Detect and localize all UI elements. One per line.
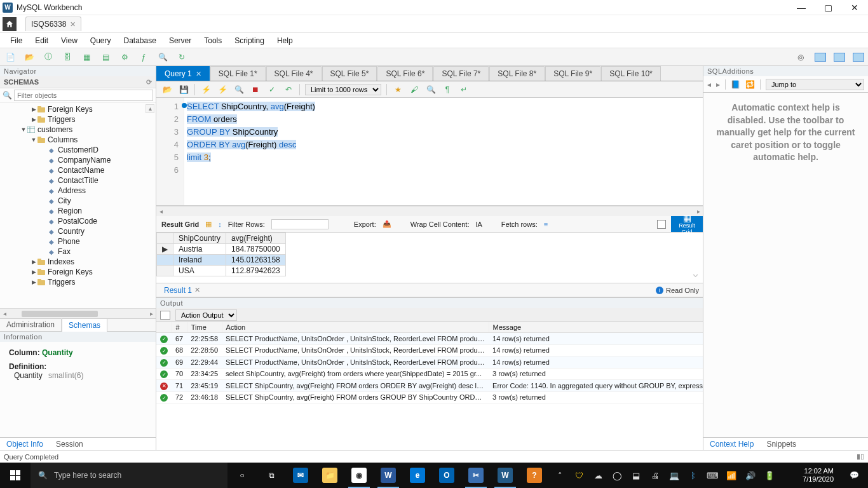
- grid-icon[interactable]: ▦: [205, 220, 212, 228]
- gear-icon[interactable]: ◎: [794, 51, 807, 64]
- save-file-icon[interactable]: 💾: [178, 84, 189, 95]
- tray-chevron-icon[interactable]: ˄: [554, 471, 566, 480]
- close-icon[interactable]: ✕: [194, 286, 200, 294]
- scroll-left-button[interactable]: ◂: [0, 310, 9, 317]
- result-grid[interactable]: ShipCountryavg(Freight)▶Austria184.78750…: [156, 233, 703, 283]
- tray-wifi-icon[interactable]: 📶: [726, 471, 737, 480]
- tray-printer-icon[interactable]: 🖨: [649, 471, 661, 480]
- result-tab[interactable]: Result 1 ✕: [160, 285, 204, 296]
- scroll-right-button[interactable]: ▸: [694, 208, 703, 215]
- query-tab[interactable]: SQL File 10*: [601, 66, 661, 81]
- inspect-icon[interactable]: ⓘ: [42, 51, 55, 64]
- tree-item[interactable]: ▼Columns: [0, 135, 156, 145]
- chrome-app[interactable]: ◉: [344, 463, 374, 488]
- toggle-left-panel[interactable]: [815, 53, 826, 62]
- new-proc-icon[interactable]: ⚙: [118, 51, 131, 64]
- snip-app[interactable]: ✂: [461, 463, 491, 488]
- new-func-icon[interactable]: ƒ: [137, 51, 150, 64]
- tree-item[interactable]: ▶Foreign Keys: [0, 104, 156, 114]
- new-sql-tab-icon[interactable]: 📄: [4, 51, 17, 64]
- pin-toggle[interactable]: [657, 220, 666, 229]
- tree-item[interactable]: ◆ContactName: [0, 165, 156, 175]
- close-icon[interactable]: ✕: [70, 20, 76, 29]
- taskbar-search[interactable]: 🔍 Type here to search: [31, 463, 227, 488]
- close-button[interactable]: ✕: [849, 3, 860, 13]
- open-sql-icon[interactable]: 📂: [23, 51, 36, 64]
- tree-item[interactable]: ▶Triggers: [0, 277, 156, 287]
- wrap-icon[interactable]: ↵: [458, 84, 470, 95]
- help-app[interactable]: ?: [520, 463, 549, 488]
- tray-norton-icon[interactable]: 🛡: [573, 471, 585, 480]
- outlook-app[interactable]: O: [432, 463, 461, 488]
- output-row[interactable]: ✓6922:29:44SELECT ProductName, UnitsOnOr…: [156, 356, 703, 369]
- cortana-app[interactable]: ○: [227, 463, 257, 488]
- output-row[interactable]: ✓6822:28:50SELECT ProductName, UnitsOnOr…: [156, 344, 703, 356]
- menu-server[interactable]: Server: [163, 34, 198, 47]
- tree-item[interactable]: ▶Foreign Keys: [0, 267, 156, 277]
- explorer-app[interactable]: 📁: [315, 463, 344, 488]
- tree-item[interactable]: ▶Indexes: [0, 257, 156, 267]
- schema-tree[interactable]: ▴ ▶Foreign Keys▶Triggers▼customers▼Colum…: [0, 103, 156, 308]
- query-tab[interactable]: SQL File 9*: [545, 66, 600, 81]
- clear-output-icon[interactable]: [160, 311, 170, 320]
- menu-edit[interactable]: Edit: [29, 34, 55, 47]
- tray-onedrive-icon[interactable]: ☁: [592, 471, 604, 480]
- tray-pc-icon[interactable]: 💻: [668, 471, 680, 480]
- tree-item[interactable]: ▼customers: [0, 125, 156, 135]
- export-icon[interactable]: 📤: [383, 220, 391, 228]
- query-tab[interactable]: SQL File 1*: [210, 66, 266, 81]
- task-view-app[interactable]: ⧉: [257, 463, 286, 488]
- fetch-icon[interactable]: ≡: [544, 220, 548, 228]
- output-type-select[interactable]: Action Output: [175, 309, 237, 321]
- form-icon[interactable]: ↕: [218, 220, 222, 228]
- menu-help[interactable]: Help: [271, 34, 299, 47]
- connection-tab[interactable]: ISQS6338 ✕: [25, 17, 81, 31]
- scroll-up-button[interactable]: ▴: [146, 104, 154, 113]
- schemas-tab[interactable]: Schemas: [62, 318, 107, 332]
- query-tab[interactable]: SQL File 6*: [377, 66, 433, 81]
- scroll-right-button[interactable]: ▸: [147, 310, 156, 317]
- sql-editor[interactable]: 123456 SELECT ShipCountry, avg(Freight)F…: [156, 98, 703, 206]
- tree-item[interactable]: ◆Region: [0, 206, 156, 216]
- mail-app[interactable]: ✉: [286, 463, 315, 488]
- menu-database[interactable]: Database: [118, 34, 163, 47]
- tree-item[interactable]: ◆CustomerID: [0, 145, 156, 155]
- result-grid-badge[interactable]: ▦ Result Grid: [671, 216, 703, 232]
- tray-battery-icon[interactable]: 🔋: [764, 471, 775, 480]
- tray-bluetooth-icon[interactable]: ᛒ: [688, 471, 699, 480]
- session-tab[interactable]: Session: [50, 438, 90, 450]
- commit-icon[interactable]: ✓: [266, 84, 278, 95]
- menu-scripting[interactable]: Scripting: [228, 34, 271, 47]
- tree-item[interactable]: ▶Triggers: [0, 114, 156, 125]
- back-icon[interactable]: ◂: [707, 80, 711, 89]
- toggle-right-panel[interactable]: [853, 53, 864, 62]
- open-file-icon[interactable]: 📂: [161, 84, 173, 95]
- home-icon[interactable]: [3, 17, 17, 31]
- new-schema-icon[interactable]: 🗄: [61, 51, 74, 64]
- favorite-icon[interactable]: ★: [392, 84, 403, 95]
- result-nav-down-icon[interactable]: ⌄: [691, 266, 700, 280]
- scroll-left-button[interactable]: ◂: [156, 208, 165, 215]
- output-row[interactable]: ✓7223:46:18SELECT ShipCountry, avg(Freig…: [156, 391, 703, 403]
- reconnect-icon[interactable]: ↻: [175, 51, 188, 64]
- edge-app[interactable]: e: [403, 463, 432, 488]
- search-icon[interactable]: 🔍: [156, 51, 169, 64]
- object-info-tab[interactable]: Object Info: [0, 438, 50, 450]
- stop-icon[interactable]: ⏹: [250, 84, 261, 95]
- tray-input-icon[interactable]: ⌨: [707, 471, 718, 480]
- tree-item[interactable]: ◆Phone: [0, 236, 156, 247]
- tree-item[interactable]: ◆CompanyName: [0, 155, 156, 165]
- new-view-icon[interactable]: ▤: [99, 51, 112, 64]
- wrap-icon[interactable]: IA: [475, 220, 482, 228]
- output-row[interactable]: ✓6722:25:58SELECT ProductName, UnitsOnOr…: [156, 333, 703, 345]
- refresh-schemas-icon[interactable]: ⟳: [146, 78, 152, 86]
- menu-tools[interactable]: Tools: [198, 34, 228, 47]
- minimize-button[interactable]: —: [796, 3, 807, 13]
- tree-item[interactable]: ◆Fax: [0, 247, 156, 257]
- editor-hscroll[interactable]: ◂ ▸: [156, 206, 703, 216]
- taskbar-clock[interactable]: 12:02 AM 7/19/2020: [796, 467, 840, 484]
- explain-icon[interactable]: 🔍: [233, 84, 245, 95]
- execute-current-icon[interactable]: ⚡: [217, 84, 228, 95]
- schema-filter-input[interactable]: [14, 90, 153, 101]
- auto-help-icon[interactable]: 🔁: [745, 80, 755, 89]
